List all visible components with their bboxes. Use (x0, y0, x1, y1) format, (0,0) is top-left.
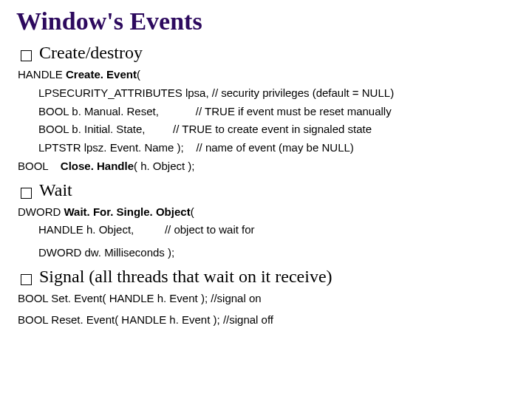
bullet-icon (21, 50, 32, 61)
section-label: Wait (39, 180, 72, 200)
code-line: HANDLE Create. Event( (18, 66, 516, 84)
code-line: LPTSTR lpsz. Event. Name ); // name of e… (18, 139, 516, 157)
section-label: Create/destroy (39, 43, 143, 63)
slide: Window's Events Create/destroy HANDLE Cr… (0, 0, 532, 399)
code-line: BOOL Close. Handle( h. Object ); (18, 157, 516, 176)
page-title: Window's Events (16, 7, 516, 35)
code-line: BOOL Reset. Event( HANDLE h. Event ); //… (18, 311, 516, 330)
code-bold: Create. Event (66, 68, 137, 81)
section-heading-create-destroy: Create/destroy (21, 43, 516, 63)
code-line: BOOL Set. Event( HANDLE h. Event ); //si… (18, 290, 516, 308)
section-heading-signal: Signal (all threads that wait on it rece… (21, 267, 516, 287)
code-text: ( (137, 68, 140, 81)
code-block-signal: BOOL Set. Event( HANDLE h. Event ); //si… (18, 290, 516, 330)
section-heading-wait: Wait (21, 180, 516, 200)
code-line: BOOL b. Initial. State, // TRUE to creat… (18, 120, 516, 139)
code-bold: Close. Handle (61, 160, 134, 172)
code-line: HANDLE h. Object, // object to wait for (18, 221, 516, 239)
bullet-icon (21, 274, 32, 285)
section-label: Signal (all threads that wait on it rece… (39, 267, 332, 287)
code-text: ( h. Object ); (134, 160, 195, 172)
code-line: LPSECURITY_ATTRIBUTES lpsa, // security … (18, 84, 516, 103)
code-text: DWORD (18, 205, 64, 218)
bullet-icon (21, 188, 32, 199)
code-text: ( (191, 205, 194, 218)
code-line: DWORD Wait. For. Single. Object( (18, 203, 516, 222)
code-block-create-destroy: HANDLE Create. Event( LPSECURITY_ATTRIBU… (18, 66, 516, 176)
code-bold: Wait. For. Single. Object (64, 205, 191, 218)
code-block-wait: DWORD Wait. For. Single. Object( HANDLE … (18, 203, 516, 262)
code-line: DWORD dw. Milliseconds ); (18, 244, 516, 262)
code-text: BOOL (18, 160, 61, 172)
code-text: HANDLE (18, 68, 66, 81)
code-line: BOOL b. Manual. Reset, // TRUE if event … (18, 103, 516, 121)
